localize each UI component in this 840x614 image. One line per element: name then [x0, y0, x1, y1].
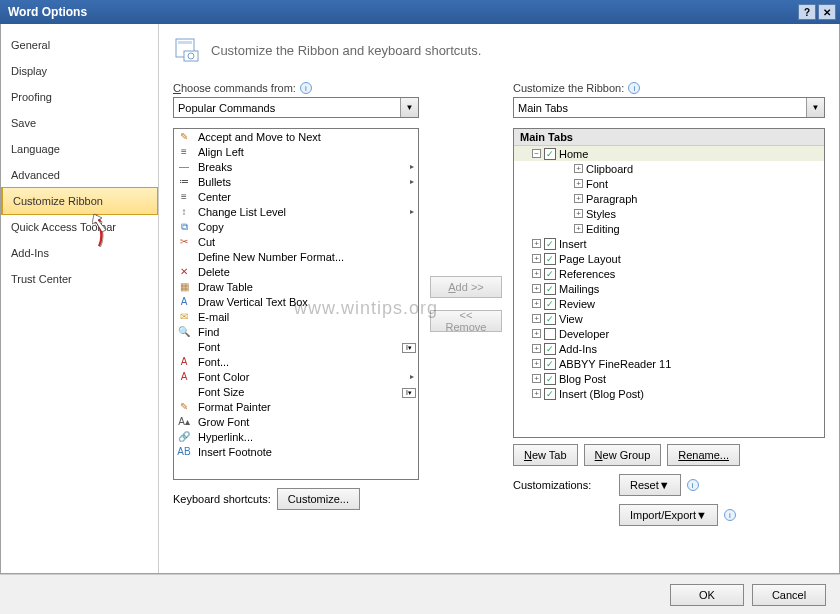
close-button[interactable]: ✕: [818, 4, 836, 20]
command-item[interactable]: 🔍Find: [174, 324, 418, 339]
new-tab-button[interactable]: New Tab: [513, 444, 578, 466]
expand-icon[interactable]: +: [532, 314, 541, 323]
tree-group-item[interactable]: +Paragraph: [514, 191, 824, 206]
customize-ribbon-dropdown[interactable]: Main Tabs ▼: [513, 97, 825, 118]
command-item[interactable]: ▦Draw Table: [174, 279, 418, 294]
new-group-button[interactable]: New Group: [584, 444, 662, 466]
checkbox[interactable]: ✓: [544, 343, 556, 355]
customize-keyboard-button[interactable]: Customize...: [277, 488, 360, 510]
command-item[interactable]: ⧉Copy: [174, 219, 418, 234]
checkbox[interactable]: ✓: [544, 313, 556, 325]
expand-icon[interactable]: +: [532, 239, 541, 248]
info-icon[interactable]: i: [628, 82, 640, 94]
tree-tab-item[interactable]: +✓Blog Post: [514, 371, 824, 386]
choose-commands-dropdown[interactable]: Popular Commands ▼: [173, 97, 419, 118]
command-item[interactable]: ↕Change List Level▸: [174, 204, 418, 219]
command-item[interactable]: FontI▾: [174, 339, 418, 354]
expand-icon[interactable]: +: [532, 389, 541, 398]
expand-icon[interactable]: +: [574, 164, 583, 173]
command-item[interactable]: —Breaks▸: [174, 159, 418, 174]
tree-group-item[interactable]: +Editing: [514, 221, 824, 236]
collapse-icon[interactable]: −: [532, 149, 541, 158]
sidebar-item-customize-ribbon[interactable]: Customize Ribbon: [1, 187, 158, 215]
import-export-button[interactable]: Import/Export ▼: [619, 504, 718, 526]
tree-group-item[interactable]: +Clipboard: [514, 161, 824, 176]
tree-group-item[interactable]: +Styles: [514, 206, 824, 221]
rename-button[interactable]: Rename...: [667, 444, 740, 466]
info-icon[interactable]: i: [687, 479, 699, 491]
info-icon[interactable]: i: [300, 82, 312, 94]
tree-tab-item[interactable]: +✓Page Layout: [514, 251, 824, 266]
command-item[interactable]: ✂Cut: [174, 234, 418, 249]
command-item[interactable]: ✕Delete: [174, 264, 418, 279]
remove-button[interactable]: << Remove: [430, 310, 502, 332]
reset-button[interactable]: Reset ▼: [619, 474, 681, 496]
checkbox[interactable]: ✓: [544, 253, 556, 265]
checkbox[interactable]: ✓: [544, 358, 556, 370]
tree-tab-item[interactable]: +✓Insert: [514, 236, 824, 251]
expand-icon[interactable]: +: [532, 299, 541, 308]
tree-tab-item[interactable]: +✓Insert (Blog Post): [514, 386, 824, 401]
sidebar-item-display[interactable]: Display: [1, 58, 158, 84]
sidebar-item-language[interactable]: Language: [1, 136, 158, 162]
add-button[interactable]: Add >>: [430, 276, 502, 298]
expand-icon[interactable]: +: [532, 269, 541, 278]
expand-icon[interactable]: +: [532, 284, 541, 293]
checkbox[interactable]: ✓: [544, 283, 556, 295]
command-item[interactable]: AFont Color▸: [174, 369, 418, 384]
tree-tab-item[interactable]: −✓Home: [514, 146, 824, 161]
checkbox[interactable]: ✓: [544, 238, 556, 250]
tree-tab-item[interactable]: +✓View: [514, 311, 824, 326]
tree-tab-item[interactable]: +✓ABBYY FineReader 11: [514, 356, 824, 371]
command-item[interactable]: ≡Center: [174, 189, 418, 204]
command-item[interactable]: ADraw Vertical Text Box: [174, 294, 418, 309]
expand-icon[interactable]: +: [574, 179, 583, 188]
tree-tab-item[interactable]: +Developer: [514, 326, 824, 341]
sidebar-item-trust-center[interactable]: Trust Center: [1, 266, 158, 292]
command-item[interactable]: ✎Accept and Move to Next: [174, 129, 418, 144]
command-item[interactable]: AFont...: [174, 354, 418, 369]
command-item[interactable]: Font SizeI▾: [174, 384, 418, 399]
checkbox[interactable]: ✓: [544, 298, 556, 310]
tree-group-item[interactable]: +Font: [514, 176, 824, 191]
tree-tab-item[interactable]: +✓Add-Ins: [514, 341, 824, 356]
ok-button[interactable]: OK: [670, 584, 744, 606]
sidebar-item-proofing[interactable]: Proofing: [1, 84, 158, 110]
expand-icon[interactable]: +: [574, 209, 583, 218]
tree-tab-item[interactable]: +✓Review: [514, 296, 824, 311]
command-item[interactable]: ✉E-mail: [174, 309, 418, 324]
checkbox[interactable]: [544, 328, 556, 340]
expand-icon[interactable]: +: [532, 359, 541, 368]
checkbox[interactable]: ✓: [544, 388, 556, 400]
info-icon[interactable]: i: [724, 509, 736, 521]
expand-icon[interactable]: +: [532, 374, 541, 383]
command-item[interactable]: ABInsert Footnote: [174, 444, 418, 459]
sidebar-item-advanced[interactable]: Advanced: [1, 162, 158, 188]
command-label: Font Color: [198, 371, 404, 383]
sidebar-item-quick-access-toolbar[interactable]: Quick Access Toolbar: [1, 214, 158, 240]
command-item[interactable]: ≔Bullets▸: [174, 174, 418, 189]
checkbox[interactable]: ✓: [544, 148, 556, 160]
expand-icon[interactable]: +: [532, 344, 541, 353]
command-item[interactable]: Define New Number Format...: [174, 249, 418, 264]
ribbon-tree[interactable]: Main Tabs −✓Home+Clipboard+Font+Paragrap…: [513, 128, 825, 438]
checkbox[interactable]: ✓: [544, 268, 556, 280]
sidebar-item-save[interactable]: Save: [1, 110, 158, 136]
cancel-button[interactable]: Cancel: [752, 584, 826, 606]
tree-tab-item[interactable]: +✓Mailings: [514, 281, 824, 296]
command-item[interactable]: 🔗Hyperlink...: [174, 429, 418, 444]
tree-tab-item[interactable]: +✓References: [514, 266, 824, 281]
help-button[interactable]: ?: [798, 4, 816, 20]
command-item[interactable]: A▴Grow Font: [174, 414, 418, 429]
command-item[interactable]: ✎Format Painter: [174, 399, 418, 414]
command-item[interactable]: ≡Align Left: [174, 144, 418, 159]
sidebar-item-general[interactable]: General: [1, 32, 158, 58]
expand-icon[interactable]: +: [532, 254, 541, 263]
sidebar-item-add-ins[interactable]: Add-Ins: [1, 240, 158, 266]
expand-icon[interactable]: +: [574, 194, 583, 203]
command-label: Cut: [198, 236, 416, 248]
expand-icon[interactable]: +: [574, 224, 583, 233]
checkbox[interactable]: ✓: [544, 373, 556, 385]
expand-icon[interactable]: +: [532, 329, 541, 338]
commands-listbox[interactable]: ✎Accept and Move to Next≡Align Left—Brea…: [173, 128, 419, 480]
